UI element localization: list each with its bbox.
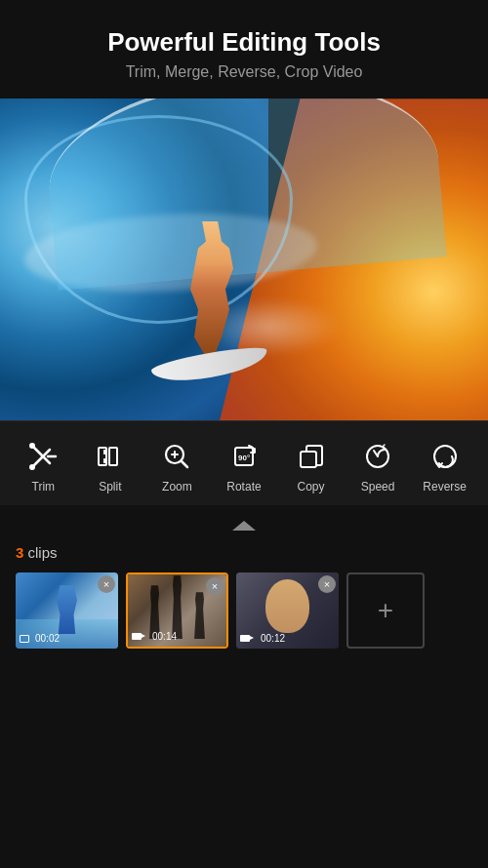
speed-tool[interactable]: Speed (351, 439, 405, 493)
copy-tool[interactable]: Copy (284, 439, 338, 493)
rotate-tool[interactable]: 90° Rotate (217, 439, 270, 493)
collapse-icon[interactable] (232, 521, 256, 531)
clips-text: clips (28, 544, 58, 561)
rotate-icon: 90° (226, 439, 262, 474)
zoom-icon (159, 439, 194, 474)
svg-text:90°: 90° (238, 454, 250, 462)
split-label: Split (99, 480, 121, 493)
copy-label: Copy (298, 480, 325, 493)
rotate-label: Rotate (226, 480, 261, 493)
reverse-tool[interactable]: Reverse (418, 439, 471, 493)
svg-point-3 (29, 464, 35, 470)
svg-line-1 (32, 450, 50, 467)
trim-label: Trim (32, 480, 56, 493)
clip-3-duration: 00:12 (258, 632, 288, 645)
chevron-container (16, 517, 472, 544)
clip-item-3[interactable]: × 00:12 (236, 572, 339, 649)
svg-line-0 (32, 446, 50, 463)
editing-toolbar: Trim Split Zoom (0, 420, 488, 505)
svg-rect-6 (109, 448, 117, 465)
clip-3-info: 00:12 (240, 632, 288, 645)
reverse-icon (427, 439, 463, 474)
clips-header: 3 clips (16, 544, 472, 561)
zoom-tool[interactable]: Zoom (150, 439, 204, 493)
trim-icon (25, 439, 61, 474)
clips-section: 3 clips × 00:02 (0, 505, 488, 656)
zoom-label: Zoom (162, 480, 192, 493)
clip-2-video-icon (132, 633, 142, 640)
svg-line-19 (383, 445, 385, 447)
clips-count-label: 3 clips (16, 544, 58, 561)
clip-item-2[interactable]: × 00:14 (126, 572, 228, 649)
clip-2-duration: 00:14 (149, 630, 180, 643)
clip-1-duration: 00:02 (32, 632, 62, 645)
svg-rect-7 (103, 450, 105, 454)
video-preview (0, 99, 488, 420)
svg-line-18 (374, 451, 378, 456)
page-subtitle: Trim, Merge, Reverse, Crop Video (20, 63, 468, 81)
svg-point-2 (29, 443, 35, 449)
add-clip-button[interactable]: + (346, 572, 425, 649)
page-title: Powerful Editing Tools (20, 27, 468, 58)
split-icon (93, 439, 128, 474)
header: Powerful Editing Tools Trim, Merge, Reve… (0, 0, 488, 99)
clip-3-video-icon (240, 635, 250, 642)
svg-rect-16 (301, 452, 316, 467)
speed-icon (360, 439, 395, 474)
trim-tool[interactable]: Trim (17, 439, 70, 493)
person-3 (191, 592, 209, 639)
clip-item-1[interactable]: × 00:02 (16, 572, 118, 649)
clip-1-image-icon (20, 635, 29, 643)
split-tool[interactable]: Split (83, 439, 137, 493)
reverse-label: Reverse (423, 480, 467, 493)
copy-icon (294, 439, 329, 474)
clip-1-info: 00:02 (20, 632, 62, 645)
add-icon: + (378, 597, 393, 624)
clips-row: × 00:02 × 00:14 (16, 572, 472, 649)
clip-2-info: 00:14 (132, 630, 180, 643)
face-circle (265, 579, 309, 633)
svg-line-10 (182, 461, 187, 467)
svg-rect-8 (103, 458, 105, 463)
clips-count: 3 (16, 544, 23, 561)
speed-label: Speed (361, 480, 395, 493)
